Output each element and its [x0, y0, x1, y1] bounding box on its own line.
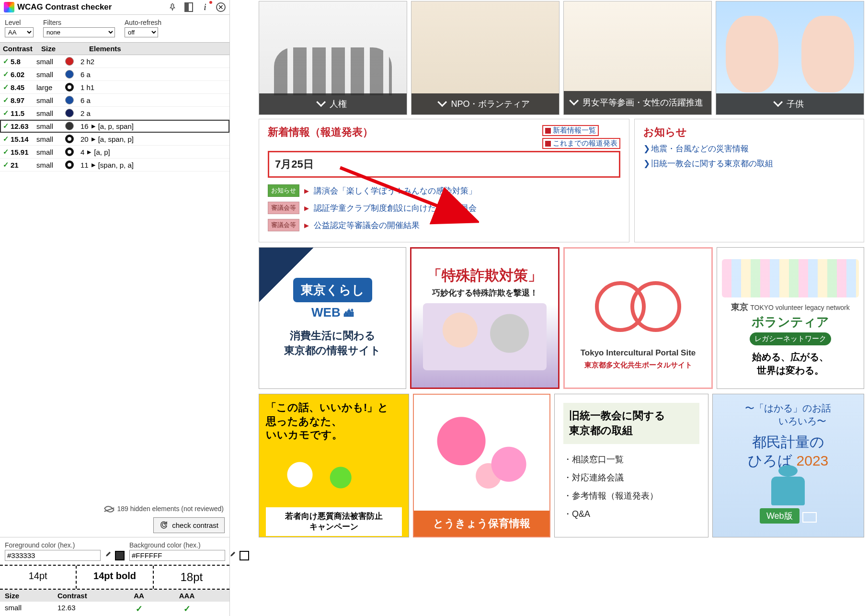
banner-unification[interactable]: 旧統一教会に関する東京都の取組 ・相談窓口一覧・対応連絡会議・参考情報（報道発表…	[554, 394, 708, 537]
banner-row-2: 「この話、いいかも!」と思ったあなた、いいカモです。 若者向け悪質商法被害防止キ…	[259, 389, 868, 537]
aaa-pass-icon: ✓	[163, 604, 211, 614]
cat-gender[interactable]: 男女平等参画・女性の活躍推進	[563, 1, 712, 115]
wcag-logo-icon	[4, 2, 14, 12]
fraud-illustration-icon	[423, 303, 546, 370]
autorefresh-label: Auto-refresh	[125, 19, 161, 26]
notice-box: お知らせ ❯地震・台風などの災害情報❯旧統一教会に関する東京都の取組	[634, 119, 864, 242]
results-rows: ✓ 5.8 small 2 h2✓ 6.02 small 6 a✓ 8.45 l…	[0, 55, 229, 171]
list-item[interactable]: ・対応連絡会議	[563, 472, 699, 483]
expand-icon: ▶	[91, 162, 95, 168]
news-item: 審議会等 ▶ 公益認定等審議会の開催結果	[268, 219, 620, 231]
contrast-row[interactable]: ✓ 8.45 large 1 h1	[0, 81, 229, 94]
compliance-row: small 12.63 ✓ ✓	[0, 602, 229, 616]
list-item[interactable]: ・相談窓口一覧	[563, 454, 699, 465]
pass-check-icon: ✓	[3, 148, 11, 156]
website-preview: 人権 NPO・ボランティア 男女平等参画・女性の活躍推進 子供 新着情報一覧 こ…	[230, 0, 868, 616]
banner-intercultural[interactable]: Tokyo Intercultural Portal Site 東京都多文化共生…	[563, 247, 713, 389]
banner-fraud[interactable]: 「特殊詐欺対策」 巧妙化する特殊詐欺を撃退！	[410, 247, 560, 389]
expand-icon: ▶	[91, 123, 95, 129]
compliance-table: Size Contrast AA AAA small 12.63 ✓ ✓	[0, 590, 229, 616]
font-size-samples: 14pt 14pt bold 18pt	[0, 565, 229, 590]
contrast-row[interactable]: ✓ 15.14 small 20 ▶[a, span, p]	[0, 133, 229, 146]
results-table-head: Contrast Size Elements	[0, 42, 229, 55]
news-link[interactable]: 講演会「楽しく学ぼう！みんなの感染対策」	[314, 185, 477, 196]
cat-children[interactable]: 子供	[716, 1, 864, 115]
contrast-row[interactable]: ✓ 12.63 small 16 ▶[a, p, span]	[0, 120, 229, 133]
fg-eyedropper-icon[interactable]	[103, 550, 113, 561]
close-icon[interactable]: ✕	[216, 2, 226, 12]
filters-label: Filters	[43, 19, 115, 26]
autorefresh-select[interactable]: off	[125, 27, 158, 37]
check-contrast-button[interactable]: check contrast	[153, 517, 225, 533]
bears-illustration-icon	[414, 395, 550, 511]
color-inputs: Foreground color (hex.) Background color…	[0, 537, 229, 565]
pass-check-icon: ✓	[3, 135, 11, 143]
banner-kurashi-web[interactable]: 東京くらし WEB 🏙 消費生活に関わる東京都の情報サイト	[259, 247, 406, 389]
news-link[interactable]: 認証学童クラブ制度創設に向けた専門委員会	[314, 203, 477, 214]
news-tag: 審議会等	[268, 219, 299, 231]
angle-icon: ❯	[643, 159, 650, 168]
contrast-row[interactable]: ✓ 8.97 small 6 a	[0, 94, 229, 107]
banner-row-1: 東京くらし WEB 🏙 消費生活に関わる東京都の情報サイト 「特殊詐欺対策」 巧…	[259, 242, 868, 389]
past-press-link[interactable]: これまでの報道発表	[553, 139, 617, 147]
bullet-icon	[545, 141, 551, 147]
color-swatch-icon	[65, 135, 74, 143]
color-swatch-icon	[65, 109, 74, 117]
pass-check-icon: ✓	[3, 160, 11, 169]
color-swatch-icon	[65, 160, 74, 169]
contrast-row[interactable]: ✓ 5.8 small 2 h2	[0, 55, 229, 68]
chevron-down-icon	[569, 96, 579, 105]
expand-icon: ▶	[91, 136, 95, 142]
color-swatch-icon	[65, 122, 74, 130]
banner-kamo[interactable]: 「この話、いいかも!」と思ったあなた、いいカモです。 若者向け悪質商法被害防止キ…	[259, 394, 409, 537]
fg-label: Foreground color (hex.)	[5, 541, 125, 549]
sample-14pt-bold: 14pt bold	[77, 566, 153, 589]
banner-hoiku[interactable]: とうきょう保育情報	[413, 394, 551, 537]
info-icon[interactable]: i	[200, 2, 210, 12]
fg-input[interactable]	[5, 550, 101, 561]
news-item: お知らせ ▶ 講演会「楽しく学ぼう！みんなの感染対策」	[268, 184, 620, 197]
fg-swatch[interactable]	[115, 551, 125, 560]
level-select[interactable]: AA	[5, 27, 34, 37]
color-swatch-icon	[65, 96, 74, 104]
category-cards: 人権 NPO・ボランティア 男女平等参画・女性の活躍推進 子供	[259, 0, 868, 115]
cat-npo[interactable]: NPO・ボランティア	[411, 1, 560, 115]
filters-select[interactable]: none	[43, 27, 115, 37]
color-swatch-icon	[65, 148, 74, 156]
sample-14pt: 14pt	[0, 566, 77, 589]
eye-off-icon	[105, 506, 114, 513]
cat-human-rights[interactable]: 人権	[259, 1, 407, 115]
pass-check-icon: ✓	[3, 96, 11, 104]
list-item[interactable]: ・参考情報（報道発表）	[563, 490, 699, 502]
sample-18pt: 18pt	[154, 566, 229, 589]
news-tag: お知らせ	[268, 184, 299, 197]
list-item[interactable]: ・Q&A	[563, 508, 699, 520]
pin-icon[interactable]	[167, 2, 178, 12]
banner-hakaru[interactable]: 〜「はかる」のお話 いろいろ〜 都民計量のひろば 2023 Web版	[712, 394, 865, 537]
pass-check-icon: ✓	[3, 83, 11, 91]
news-box: 新着情報一覧 これまでの報道発表 新着情報（報道発表） 7月25日 お知らせ ▶…	[259, 119, 629, 242]
triangle-icon: ▶	[304, 205, 309, 212]
pass-check-icon: ✓	[3, 57, 11, 66]
chevron-down-icon	[773, 97, 783, 107]
expand-icon: ▶	[87, 149, 91, 155]
news-list-link[interactable]: 新着情報一覧	[553, 126, 596, 134]
banner-volunteer[interactable]: 東京 TOKYO volunteer legacy network ボランティア…	[717, 247, 864, 389]
notice-heading: お知らせ	[643, 125, 855, 139]
contrast-row[interactable]: ✓ 15.91 small 4 ▶[a, p]	[0, 146, 229, 159]
contrast-row[interactable]: ✓ 6.02 small 6 a	[0, 68, 229, 81]
color-swatch-icon	[65, 70, 74, 79]
bg-input[interactable]	[129, 550, 225, 561]
notice-link[interactable]: ❯旧統一教会に関する東京都の取組	[643, 158, 855, 169]
news-link[interactable]: 公益認定等審議会の開催結果	[314, 220, 420, 231]
controls-row: Level AA Filters none Auto-refresh off	[0, 15, 229, 42]
hidden-elements-note: 189 hidden elements (not reviewed)	[0, 500, 229, 517]
dock-icon[interactable]	[183, 2, 194, 12]
svg-rect-1	[185, 3, 188, 11]
aa-pass-icon: ✓	[115, 604, 163, 614]
contrast-row[interactable]: ✓ 11.5 small 2 a	[0, 107, 229, 120]
notice-link[interactable]: ❯地震・台風などの災害情報	[643, 143, 855, 154]
col-elements: Elements	[89, 45, 227, 53]
contrast-row[interactable]: ✓ 21 small 11 ▶[span, p, a]	[0, 159, 229, 171]
chevron-down-icon	[316, 97, 326, 107]
